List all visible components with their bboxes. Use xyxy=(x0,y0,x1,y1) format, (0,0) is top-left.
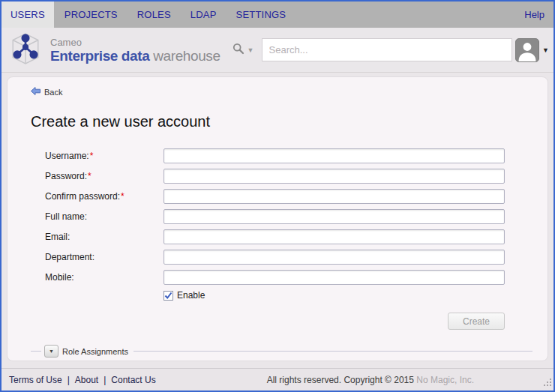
user-area: ▼ xyxy=(515,38,549,62)
back-arrow-icon xyxy=(31,87,40,97)
field-label-username: Username:* xyxy=(45,151,164,161)
form-row-department: Department: xyxy=(45,250,548,265)
copyright: All rights reserved. Copyright © 2015 No… xyxy=(267,375,474,385)
form-row-username: Username:* xyxy=(45,148,548,163)
nav-tab-roles[interactable]: ROLES xyxy=(128,1,180,28)
app-window: USERSPROJECTSROLESLDAPSETTINGS Help xyxy=(0,0,555,392)
required-asterisk: * xyxy=(88,171,92,181)
footer-links: Terms of Use|About|Contact Us xyxy=(9,375,156,385)
enable-checkbox-label[interactable]: Enable xyxy=(177,290,205,301)
chevron-down-icon: ▼ xyxy=(49,349,54,354)
search-input[interactable] xyxy=(262,38,512,61)
search-icon[interactable] xyxy=(232,43,244,58)
nav-tabs: USERSPROJECTSROLESLDAPSETTINGS xyxy=(2,1,296,28)
top-nav: USERSPROJECTSROLESLDAPSETTINGS Help xyxy=(2,1,554,28)
email-input[interactable] xyxy=(164,229,505,244)
form-row-full-name: Full name: xyxy=(45,209,548,224)
form-row-mobile: Mobile: xyxy=(45,270,548,285)
field-label-password: Password:* xyxy=(45,171,164,181)
nav-tab-projects[interactable]: PROJECTS xyxy=(56,1,127,28)
button-row: Create xyxy=(8,313,505,330)
field-label-full-name: Full name: xyxy=(45,211,164,222)
footer-link-about[interactable]: About xyxy=(75,375,98,385)
role-assignments-section: ▼ Role Assignments xyxy=(31,345,532,358)
search-options-arrow-icon[interactable]: ▼ xyxy=(248,46,254,54)
back-link[interactable]: Back xyxy=(31,87,62,97)
field-label-email: Email: xyxy=(45,232,164,242)
department-input[interactable] xyxy=(164,250,505,265)
logo-product-line: Enterprise data warehouse xyxy=(50,49,220,63)
mobile-input[interactable] xyxy=(164,270,505,285)
company-link[interactable]: No Magic, Inc. xyxy=(416,375,474,385)
user-form: Username:*Password:*Confirm password:*Fu… xyxy=(8,148,548,285)
logo-text-regular: warehouse xyxy=(153,48,220,64)
content-panel: Back Create a new user account Username:… xyxy=(7,76,548,361)
form-row-password: Password:* xyxy=(45,169,548,184)
logo-text-bold: Enterprise data xyxy=(50,48,149,64)
footer-link-contact-us[interactable]: Contact Us xyxy=(111,375,155,385)
back-label: Back xyxy=(44,88,62,97)
logo-cube-icon xyxy=(10,32,40,68)
copyright-text: All rights reserved. Copyright © 2015 xyxy=(267,375,414,385)
user-menu-arrow-icon[interactable]: ▼ xyxy=(542,46,549,54)
logo-product-name: Cameo xyxy=(50,37,220,47)
footer-bar: Terms of Use|About|Contact Us All rights… xyxy=(2,368,554,391)
divider-line xyxy=(134,351,532,352)
form-row-confirm-password: Confirm password:* xyxy=(45,189,548,204)
footer-separator: | xyxy=(68,375,70,385)
enable-checkbox[interactable] xyxy=(164,291,173,301)
create-button[interactable]: Create xyxy=(448,313,505,330)
required-asterisk: * xyxy=(121,191,124,202)
required-asterisk: * xyxy=(90,151,94,161)
password-input[interactable] xyxy=(164,169,505,184)
full-name-input[interactable] xyxy=(164,209,505,224)
resize-grip[interactable] xyxy=(544,379,552,389)
footer-link-terms-of-use[interactable]: Terms of Use xyxy=(9,375,62,385)
field-label-mobile: Mobile: xyxy=(45,272,164,283)
header-bar: Cameo Enterprise data warehouse ▼ ▼ xyxy=(2,28,554,73)
role-assignments-toggle[interactable]: ▼ xyxy=(44,345,58,358)
search-area: ▼ xyxy=(232,38,512,61)
nav-tab-settings[interactable]: SETTINGS xyxy=(227,1,296,28)
help-link[interactable]: Help xyxy=(515,1,554,28)
role-assignments-label: Role Assignments xyxy=(62,347,128,356)
logo: Cameo Enterprise data warehouse xyxy=(10,32,220,68)
main-content: Back Create a new user account Username:… xyxy=(2,73,554,368)
field-label-confirm-password: Confirm password:* xyxy=(45,191,164,202)
user-avatar[interactable] xyxy=(515,38,539,62)
enable-row: Enable xyxy=(164,290,548,301)
nav-tab-users[interactable]: USERS xyxy=(2,1,54,28)
page-title: Create a new user account xyxy=(31,113,548,130)
form-row-email: Email: xyxy=(45,229,548,244)
username-input[interactable] xyxy=(164,148,505,163)
logo-text: Cameo Enterprise data warehouse xyxy=(50,37,220,63)
footer-separator: | xyxy=(104,375,106,385)
nav-tab-ldap[interactable]: LDAP xyxy=(182,1,226,28)
confirm-password-input[interactable] xyxy=(164,189,505,204)
field-label-department: Department: xyxy=(45,252,164,262)
divider-line xyxy=(31,351,41,352)
